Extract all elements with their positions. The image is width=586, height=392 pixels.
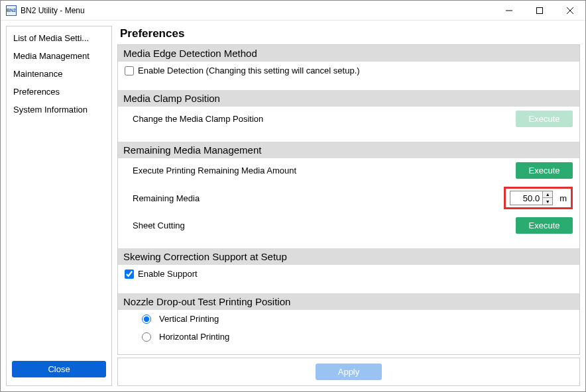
- titlebar: BN2 BN2 Utility - Menu: [1, 1, 585, 21]
- maximize-button[interactable]: [524, 1, 555, 21]
- sidebar: List of Media Setti... Media Management …: [6, 26, 112, 386]
- remaining-media-decrement[interactable]: ▼: [543, 198, 552, 205]
- enable-detection-checkbox[interactable]: [125, 66, 134, 75]
- remaining-media-unit: m: [559, 193, 567, 203]
- sidebar-item-maintenance[interactable]: Maintenance: [7, 65, 111, 83]
- enable-support-row[interactable]: Enable Support: [125, 269, 198, 279]
- sidebar-item-media-settings[interactable]: List of Media Setti...: [7, 29, 111, 47]
- section-remaining-header: Remaining Media Management: [118, 142, 579, 158]
- sheet-cutting-execute-button[interactable]: Execute: [516, 217, 573, 234]
- vertical-printing-row[interactable]: Vertical Printing: [142, 314, 219, 324]
- section-nozzle-header: Nozzle Drop-out Test Printing Position: [118, 293, 579, 310]
- vertical-printing-label: Vertical Printing: [159, 314, 219, 324]
- close-window-button[interactable]: [555, 1, 585, 21]
- section-skewing-header: Skewing Correction Support at Setup: [118, 248, 579, 265]
- horizontal-printing-radio[interactable]: [142, 332, 151, 342]
- remaining-media-highlight: ▲ ▼ m: [504, 187, 573, 209]
- section-clamp-header: Media Clamp Position: [118, 90, 579, 107]
- sheet-cutting-label: Sheet Cutting: [133, 220, 516, 230]
- sidebar-item-media-management[interactable]: Media Management: [7, 47, 111, 65]
- remaining-media-increment[interactable]: ▲: [543, 191, 552, 198]
- remaining-media-label: Remaining Media: [133, 193, 504, 203]
- footer: Apply: [117, 358, 580, 386]
- enable-detection-label: Enable Detection (Changing this setting …: [138, 66, 360, 75]
- content-scroll[interactable]: Media Edge Detection Method Enable Detec…: [117, 44, 580, 355]
- apply-button[interactable]: Apply: [316, 364, 382, 380]
- sidebar-item-system-information[interactable]: System Information: [7, 101, 111, 119]
- print-remaining-label: Execute Printing Remaining Media Amount: [133, 166, 516, 175]
- clamp-label: Change the Media Clamp Position: [133, 114, 516, 124]
- svg-rect-1: [537, 7, 543, 13]
- main: Preferences Media Edge Detection Method …: [117, 26, 580, 386]
- enable-support-label: Enable Support: [138, 269, 198, 279]
- remaining-media-spinner: ▲ ▼: [510, 191, 553, 205]
- remaining-media-input[interactable]: [510, 192, 542, 205]
- app-icon: BN2: [6, 5, 17, 16]
- enable-support-checkbox[interactable]: [125, 270, 134, 279]
- window-controls: [494, 1, 585, 21]
- sidebar-item-preferences[interactable]: Preferences: [7, 83, 111, 101]
- enable-detection-row[interactable]: Enable Detection (Changing this setting …: [125, 66, 360, 75]
- vertical-printing-radio[interactable]: [142, 315, 151, 324]
- clamp-execute-button[interactable]: Execute: [516, 111, 573, 127]
- window-title: BN2 Utility - Menu: [21, 6, 85, 15]
- section-edge-header: Media Edge Detection Method: [118, 45, 579, 62]
- close-button[interactable]: Close: [12, 361, 106, 377]
- horizontal-printing-label: Horizontal Printing: [159, 332, 229, 342]
- page-title: Preferences: [117, 26, 580, 44]
- minimize-button[interactable]: [494, 1, 524, 21]
- horizontal-printing-row[interactable]: Horizontal Printing: [142, 332, 229, 342]
- print-remaining-execute-button[interactable]: Execute: [516, 162, 573, 179]
